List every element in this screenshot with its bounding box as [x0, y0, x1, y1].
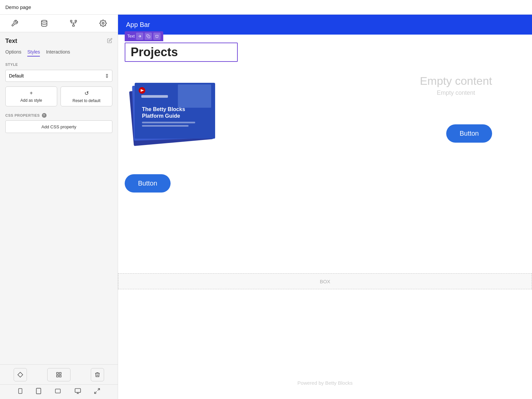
- edit-icon-button[interactable]: [107, 38, 112, 44]
- mobile-icon: [17, 387, 23, 395]
- text-element: Text Projects: [125, 43, 238, 62]
- sidebar: Text Options Styles Interactions STYL: [0, 15, 118, 399]
- box-label: BOX: [320, 279, 331, 284]
- svg-rect-14: [56, 389, 61, 393]
- add-as-style-button[interactable]: + Add as style: [5, 86, 57, 106]
- sub-tabs: Options Styles Interactions: [5, 49, 112, 57]
- top-bar: Demo page: [0, 0, 532, 15]
- empty-content-area: Empty content Empty content: [420, 74, 492, 96]
- add-css-button[interactable]: Add CSS property: [5, 120, 112, 133]
- canvas-button-right[interactable]: Button: [446, 124, 492, 143]
- css-section-label-text: CSS PROPERTIES: [5, 113, 40, 117]
- plus-icon: +: [30, 90, 33, 96]
- text-toolbar: Text: [125, 31, 163, 41]
- sidebar-tab-components[interactable]: [0, 15, 30, 32]
- desktop-button[interactable]: [71, 386, 84, 397]
- canvas-content: Text Projects: [118, 35, 532, 399]
- style-select[interactable]: Default: [5, 70, 112, 82]
- grid-icon: [56, 372, 62, 378]
- action-buttons: + Add as style ↺ Reset to default: [5, 86, 112, 106]
- desktop-icon: [74, 388, 82, 394]
- settings-icon: [99, 20, 107, 27]
- help-icon[interactable]: ?: [42, 113, 47, 118]
- svg-rect-33: [142, 125, 189, 127]
- app-bar-label: App Bar: [126, 21, 150, 29]
- reset-icon: ↺: [84, 90, 89, 96]
- style-section-label: STYLE: [5, 63, 112, 66]
- canvas-area: App Bar Text: [118, 15, 532, 399]
- sidebar-content: Text Options Styles Interactions STYL: [0, 32, 118, 204]
- sidebar-bottom-bar: [0, 364, 118, 384]
- svg-rect-22: [148, 36, 150, 38]
- trash-icon: [94, 372, 100, 378]
- svg-rect-2: [75, 20, 77, 22]
- svg-rect-6: [57, 372, 58, 374]
- svg-rect-29: [141, 95, 168, 98]
- empty-content-sub: Empty content: [420, 89, 492, 96]
- tablet-landscape-icon: [54, 388, 62, 394]
- tab-styles[interactable]: Styles: [27, 49, 40, 57]
- reset-to-default-button[interactable]: ↺ Reset to default: [61, 86, 112, 106]
- text-selected-box[interactable]: Projects: [125, 43, 238, 62]
- page-title: Demo page: [5, 4, 31, 10]
- main-area: Text Options Styles Interactions STYL: [0, 15, 532, 399]
- canvas-button-bottom[interactable]: Button: [125, 174, 171, 193]
- svg-point-4: [102, 22, 104, 24]
- footer-text: Powered by Betty Blocks: [298, 380, 353, 386]
- svg-line-19: [98, 389, 100, 391]
- canvas-footer: Powered by Betty Blocks: [118, 380, 532, 386]
- layout-button[interactable]: [47, 368, 70, 381]
- add-as-style-label: Add as style: [20, 98, 42, 103]
- svg-point-0: [42, 20, 47, 22]
- svg-rect-34: [178, 84, 211, 108]
- tab-options[interactable]: Options: [5, 49, 21, 57]
- svg-text:Platform Guide: Platform Guide: [142, 113, 180, 119]
- style-select-wrapper: Default ⇕: [5, 70, 112, 82]
- svg-marker-5: [18, 372, 23, 377]
- diamond-icon: [17, 372, 23, 378]
- svg-line-20: [95, 392, 97, 394]
- sidebar-header: Text: [5, 38, 112, 45]
- database-icon: [41, 20, 48, 27]
- tools-icon: [11, 20, 18, 27]
- empty-content-title: Empty content: [420, 74, 492, 87]
- css-section-header: CSS PROPERTIES ?: [5, 113, 112, 118]
- sidebar-title: Text: [5, 38, 17, 45]
- sidebar-tab-structure[interactable]: [59, 15, 88, 32]
- app-bar: App Bar: [118, 15, 532, 35]
- sidebar-icon-tabs: [0, 15, 118, 32]
- tablet-portrait-button[interactable]: [33, 386, 45, 398]
- hierarchy-icon: [70, 20, 77, 27]
- box-section: BOX: [118, 273, 532, 289]
- app-container: Demo page: [0, 0, 532, 399]
- svg-rect-8: [59, 375, 61, 377]
- copy-icon: [146, 34, 150, 38]
- tab-interactions[interactable]: Interactions: [46, 49, 70, 57]
- book-svg: The Betty Blocks Platform Guide: [125, 78, 228, 148]
- expand-icon: [94, 388, 100, 394]
- device-bar: [0, 384, 118, 399]
- pencil-icon: [107, 38, 112, 43]
- svg-rect-3: [73, 25, 75, 27]
- arrow-right-icon: [138, 34, 142, 38]
- sidebar-tab-settings[interactable]: [88, 15, 118, 32]
- svg-rect-9: [57, 375, 58, 377]
- svg-rect-1: [70, 20, 72, 22]
- mobile-device-button[interactable]: [15, 386, 26, 398]
- toolbar-trash-icon: [155, 34, 159, 38]
- svg-rect-32: [142, 122, 195, 123]
- book-image: The Betty Blocks Platform Guide: [125, 78, 228, 148]
- tablet-landscape-button[interactable]: [51, 387, 65, 397]
- text-toolbar-duplicate[interactable]: [145, 33, 152, 40]
- delete-button[interactable]: [91, 368, 104, 381]
- svg-rect-7: [59, 372, 61, 374]
- reset-to-default-label: Reset to default: [72, 98, 100, 103]
- sidebar-tab-data[interactable]: [30, 15, 59, 32]
- text-badge-label: Text: [127, 34, 135, 39]
- code-view-button[interactable]: [14, 368, 27, 381]
- text-toolbar-delete[interactable]: [153, 33, 161, 40]
- fullscreen-button[interactable]: [91, 386, 103, 397]
- svg-rect-16: [75, 389, 81, 393]
- tablet-portrait-icon: [35, 387, 42, 395]
- text-toolbar-move[interactable]: [136, 33, 143, 40]
